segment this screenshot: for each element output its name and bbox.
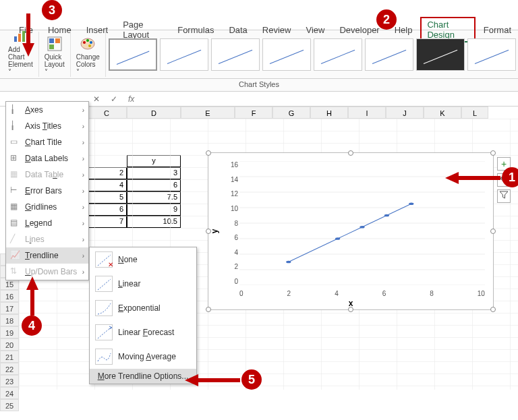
svg-rect-7 <box>49 44 54 49</box>
trendline-exponential[interactable]: Exponential <box>90 296 196 320</box>
menu-updown-bars: ⇅Up/Down Bars› <box>6 264 88 280</box>
col-header-J[interactable]: J <box>386 107 424 119</box>
callout-1: 1 <box>502 167 518 187</box>
chart-handle-e[interactable] <box>490 229 496 234</box>
svg-marker-40 <box>185 374 198 386</box>
svg-line-31 <box>98 328 111 338</box>
row-header-16[interactable]: 16 <box>0 290 19 302</box>
chart-handle-nw[interactable] <box>206 150 211 156</box>
chart-x-axis-label: x <box>349 299 353 308</box>
menu-axis-titles[interactable]: ╽Axis Titles› <box>6 118 88 134</box>
funnel-icon <box>499 190 509 200</box>
trendline-more-options[interactable]: More Trendline Options... <box>90 369 196 384</box>
fx-icon[interactable]: fx <box>128 94 134 104</box>
col-header-D[interactable]: D <box>127 107 181 119</box>
col-header-L[interactable]: L <box>461 107 488 119</box>
col-header-H[interactable]: H <box>310 107 348 119</box>
row-header-21[interactable]: 21 <box>0 351 19 363</box>
row-header-17[interactable]: 17 <box>0 302 19 314</box>
row-header-22[interactable]: 22 <box>0 363 19 375</box>
svg-line-30 <box>98 279 111 290</box>
menu-error-bars[interactable]: ⊢Error Bars› <box>6 183 88 199</box>
menu-trendline[interactable]: 📈Trendline› <box>6 247 88 264</box>
trendline-none[interactable]: ✕None <box>90 247 196 272</box>
style-thumb-7[interactable] <box>416 38 465 71</box>
col-header-K[interactable]: K <box>424 107 461 119</box>
row-header-19[interactable]: 19 <box>0 326 19 338</box>
callout-2: 2 <box>376 9 397 30</box>
svg-point-11 <box>90 41 92 44</box>
change-colors-button[interactable]: ChangeColors ˅ <box>75 34 101 77</box>
ribbon-tabs: File Home Insert Page Layout Formulas Da… <box>0 0 518 30</box>
callout-3: 3 <box>42 0 62 20</box>
svg-point-10 <box>86 39 89 42</box>
chart-x-ticks: 0246810 <box>239 290 485 297</box>
callout-4: 4 <box>22 316 42 336</box>
svg-point-12 <box>88 44 91 47</box>
svg-point-25 <box>359 226 364 229</box>
arrow-4 <box>24 276 40 317</box>
svg-point-26 <box>384 214 389 217</box>
row-header-23[interactable]: 23 <box>0 375 19 387</box>
svg-rect-0 <box>14 36 17 42</box>
menu-axes[interactable]: ╽Axes› <box>6 102 88 118</box>
callout-5: 5 <box>241 369 262 390</box>
style-thumb-5[interactable] <box>314 38 362 71</box>
svg-point-23 <box>286 261 291 264</box>
ribbon: + Add ChartElement ˅ QuickLayout ˅ Chang… <box>0 30 518 79</box>
style-thumb-2[interactable] <box>160 38 208 71</box>
svg-point-24 <box>335 237 340 240</box>
row-header-25[interactable]: 25 <box>0 399 19 411</box>
style-thumb-4[interactable] <box>262 38 311 71</box>
row-header-20[interactable]: 20 <box>0 338 19 351</box>
col-header-F[interactable]: F <box>235 107 272 119</box>
col-header-E[interactable]: E <box>181 107 235 119</box>
svg-point-9 <box>83 41 86 44</box>
menu-legend[interactable]: ▤Legend› <box>6 215 88 231</box>
fx-enter-icon[interactable]: ✓ <box>111 94 117 104</box>
menu-gridlines[interactable]: ▦Gridlines› <box>6 199 88 215</box>
chart-handle-ne[interactable] <box>490 150 496 156</box>
trendline-submenu: ✕None Linear Exponential Linear Forecast… <box>89 247 197 384</box>
svg-point-27 <box>409 202 413 205</box>
menu-data-table: ▦Data Table› <box>6 167 88 183</box>
fx-cancel-icon[interactable]: ✕ <box>93 94 100 104</box>
svg-marker-36 <box>22 43 34 57</box>
palette-icon <box>80 36 96 52</box>
chart-handle-se[interactable] <box>490 307 496 312</box>
row-header-24[interactable]: 24 <box>0 387 19 399</box>
quick-layout-label: QuickLayout ˅ <box>45 53 65 76</box>
style-thumb-3[interactable] <box>211 38 260 71</box>
col-header-G[interactable]: G <box>272 107 310 119</box>
chart-y-ticks: 1614121086420 <box>225 161 238 285</box>
col-header-I[interactable]: I <box>348 107 386 119</box>
row-header-18[interactable]: 18 <box>0 314 19 326</box>
chart-styles-gallery[interactable] <box>106 32 518 77</box>
trendline-linear[interactable]: Linear <box>90 272 196 296</box>
svg-rect-5 <box>49 38 54 43</box>
chart-handle-n[interactable] <box>348 150 353 156</box>
menu-chart-title[interactable]: ▭Chart Title› <box>6 134 88 150</box>
menu-data-labels[interactable]: ⊞Data Labels› <box>6 150 88 167</box>
chart-handle-sw[interactable] <box>206 307 211 312</box>
arrow-3 <box>20 13 36 57</box>
svg-marker-33 <box>445 172 459 184</box>
col-header-C[interactable]: C <box>86 107 127 119</box>
style-thumb-8[interactable] <box>467 38 516 71</box>
style-thumb-1[interactable] <box>109 38 157 71</box>
svg-marker-38 <box>26 276 38 290</box>
style-thumb-6[interactable] <box>365 38 413 71</box>
quick-layout-button[interactable]: QuickLayout ˅ <box>43 34 66 77</box>
svg-rect-6 <box>55 38 60 43</box>
quick-layout-icon <box>47 36 63 52</box>
add-chart-element-menu: ╽Axes› ╽Axis Titles› ▭Chart Title› ⊞Data… <box>5 101 89 280</box>
column-headers: CDEFGHIJKL <box>86 107 488 119</box>
trendline-moving-average[interactable]: Moving Average <box>90 344 196 369</box>
menu-lines: ╱Lines› <box>6 231 88 247</box>
change-colors-label: ChangeColors ˅ <box>76 53 100 76</box>
svg-text:✕: ✕ <box>108 261 113 268</box>
chart-styles-group-label: Chart Styles <box>0 79 518 92</box>
arrow-1 <box>445 170 502 186</box>
chart-filter-button[interactable] <box>497 189 511 203</box>
trendline-linear-forecast[interactable]: Linear Forecast <box>90 320 196 344</box>
